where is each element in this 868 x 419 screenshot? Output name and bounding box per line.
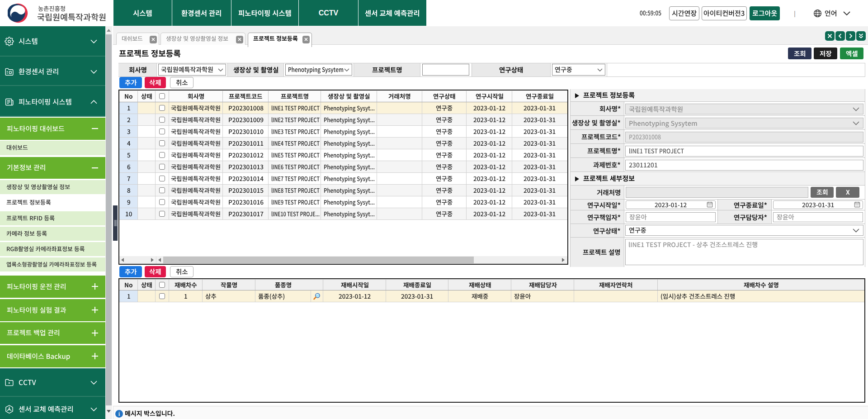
svg-text:i: i [118,411,120,417]
